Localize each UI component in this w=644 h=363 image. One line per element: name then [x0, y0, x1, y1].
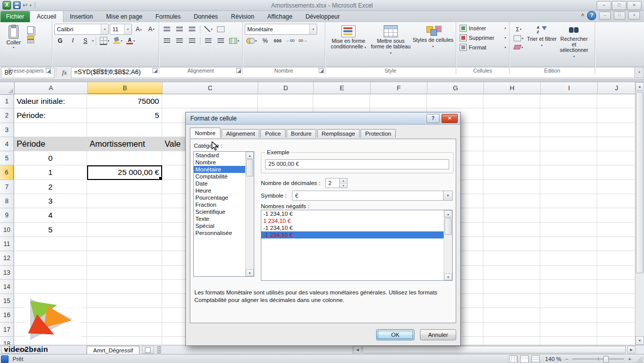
- cell-A7[interactable]: 2: [14, 180, 87, 194]
- column-header-C[interactable]: C: [163, 82, 258, 94]
- formula-bar-expand-button[interactable]: ▾: [634, 67, 644, 78]
- column-header-E[interactable]: E: [314, 82, 371, 94]
- category-option[interactable]: Comptabilité: [194, 173, 245, 180]
- fill-color-button[interactable]: ▾: [112, 35, 124, 46]
- insert-worksheet-button[interactable]: [142, 346, 154, 354]
- horizontal-scrollbar[interactable]: ◀ ▶: [352, 346, 635, 354]
- tab-developpeur[interactable]: Développeur: [299, 12, 346, 22]
- cell-B17[interactable]: [87, 323, 162, 337]
- cell-A5[interactable]: 0: [14, 151, 87, 165]
- font-size-dropdown-icon[interactable]: ▾: [124, 24, 131, 34]
- scroll-left-icon[interactable]: ◀: [353, 346, 362, 353]
- cell-I2[interactable]: [540, 108, 597, 123]
- wrap-text-button[interactable]: [215, 24, 227, 34]
- format-cells-button[interactable]: Format ▾: [458, 42, 508, 52]
- negatives-scroll-down-icon[interactable]: ▼: [444, 273, 452, 280]
- cell-A12[interactable]: [14, 251, 87, 265]
- conditional-formatting-button[interactable]: Mise en forme conditionnelle ▾: [327, 23, 370, 56]
- align-top-button[interactable]: [161, 24, 173, 34]
- dialog-close-button[interactable]: ×: [442, 114, 458, 123]
- row-header-7[interactable]: 7: [0, 180, 14, 194]
- dialog-tab-nombre[interactable]: Nombre: [190, 128, 221, 138]
- dialog-help-button[interactable]: ?: [426, 114, 440, 123]
- cell-J14[interactable]: [597, 280, 635, 294]
- cell-B13[interactable]: [87, 266, 162, 280]
- cell-H13[interactable]: [483, 266, 540, 280]
- tab-splitter-handle[interactable]: [157, 346, 161, 353]
- cell-I13[interactable]: [540, 266, 597, 280]
- cell-H6[interactable]: [483, 165, 540, 179]
- row-header-11[interactable]: 11: [0, 237, 14, 251]
- help-icon[interactable]: ?: [587, 11, 596, 20]
- font-size-combo[interactable]: 11 ▾: [110, 24, 132, 35]
- cell-A4[interactable]: Période: [14, 137, 87, 151]
- column-header-J[interactable]: J: [598, 82, 636, 94]
- cell-H4[interactable]: [483, 137, 540, 151]
- cell-A9[interactable]: 4: [14, 208, 87, 222]
- decrease-indent-button[interactable]: [202, 35, 214, 46]
- negatives-scrollbar[interactable]: ▲ ▼: [444, 210, 452, 280]
- cell-B16[interactable]: [87, 308, 162, 322]
- cell-I16[interactable]: [540, 308, 597, 322]
- cell-B7[interactable]: [87, 180, 162, 194]
- cell-I8[interactable]: [540, 194, 597, 208]
- delete-cells-button[interactable]: Supprimer ▾: [458, 33, 508, 42]
- cell-A2[interactable]: Période:: [14, 108, 87, 123]
- cell-J4[interactable]: [597, 137, 635, 151]
- scroll-up-icon[interactable]: ▲: [635, 82, 644, 91]
- tab-mise-en-page[interactable]: Mise en page: [100, 12, 149, 22]
- column-header-B[interactable]: B: [88, 82, 163, 94]
- category-option[interactable]: Pourcentage: [194, 194, 245, 201]
- cell-C1[interactable]: [162, 94, 258, 108]
- vertical-scrollbar[interactable]: ▲ ▼: [635, 82, 644, 345]
- cell-H10[interactable]: [483, 223, 540, 237]
- negatives-listbox[interactable]: -1 234,10 €1 234,10 €-1 234,10 €-1 234,1…: [261, 210, 453, 281]
- align-right-button[interactable]: [186, 35, 198, 46]
- row-header-18[interactable]: 18: [0, 337, 14, 345]
- row-header-2[interactable]: 2: [0, 108, 14, 123]
- category-option[interactable]: Texte: [194, 215, 245, 222]
- cell-styles-button[interactable]: Styles de cellules ▾: [412, 23, 454, 56]
- clear-button[interactable]: ▾: [512, 43, 526, 51]
- sheet-tab-amrt-degressif[interactable]: Amrt_Dégressif: [87, 346, 139, 354]
- cell-I15[interactable]: [540, 294, 597, 308]
- fill-button[interactable]: ▾: [512, 34, 526, 42]
- symbol-combobox[interactable]: € ▼: [292, 191, 453, 201]
- column-header-A[interactable]: A: [15, 82, 88, 94]
- italic-button[interactable]: I: [67, 35, 79, 46]
- cell-D1[interactable]: [258, 94, 313, 108]
- tab-revision[interactable]: Révision: [225, 12, 261, 22]
- category-option[interactable]: Fraction: [194, 201, 245, 208]
- scroll-down-icon[interactable]: ▼: [635, 336, 644, 345]
- cell-B11[interactable]: [87, 237, 162, 251]
- cell-I3[interactable]: [540, 123, 597, 137]
- cell-J8[interactable]: [597, 194, 635, 208]
- underline-dropdown-icon[interactable]: ▾: [92, 39, 94, 42]
- cell-I18[interactable]: [540, 337, 597, 345]
- cell-J15[interactable]: [597, 294, 635, 308]
- shrink-font-button[interactable]: A▾: [146, 24, 157, 34]
- row-header-1[interactable]: 1: [0, 94, 14, 108]
- spin-down-icon[interactable]: ▼: [340, 184, 347, 188]
- cell-B9[interactable]: [87, 208, 162, 222]
- row-header-15[interactable]: 15: [0, 294, 14, 308]
- number-format-dropdown-icon[interactable]: ▾: [309, 24, 317, 34]
- row-header-10[interactable]: 10: [0, 223, 14, 237]
- negatives-scrollbar-thumb[interactable]: [445, 218, 452, 235]
- format-as-table-button[interactable]: Mettre sous forme de tableau ▾: [370, 23, 412, 56]
- cell-I5[interactable]: [540, 151, 597, 165]
- row-header-17[interactable]: 17: [0, 323, 14, 337]
- cell-H1[interactable]: [483, 94, 540, 108]
- cell-J3[interactable]: [597, 123, 635, 137]
- category-scrollbar-thumb[interactable]: [246, 159, 253, 176]
- cell-I7[interactable]: [540, 180, 597, 194]
- cell-B10[interactable]: [87, 223, 162, 237]
- column-header-F[interactable]: F: [371, 82, 427, 94]
- cell-A14[interactable]: [14, 280, 87, 294]
- cell-B14[interactable]: [87, 280, 162, 294]
- cell-J17[interactable]: [597, 323, 635, 337]
- workbook-close-button[interactable]: ×: [628, 12, 640, 20]
- maximize-button[interactable]: □: [612, 1, 626, 10]
- dialog-title-bar[interactable]: Format de cellule ? ×: [186, 112, 460, 125]
- dialog-tab-remplissage[interactable]: Remplissage: [317, 129, 360, 138]
